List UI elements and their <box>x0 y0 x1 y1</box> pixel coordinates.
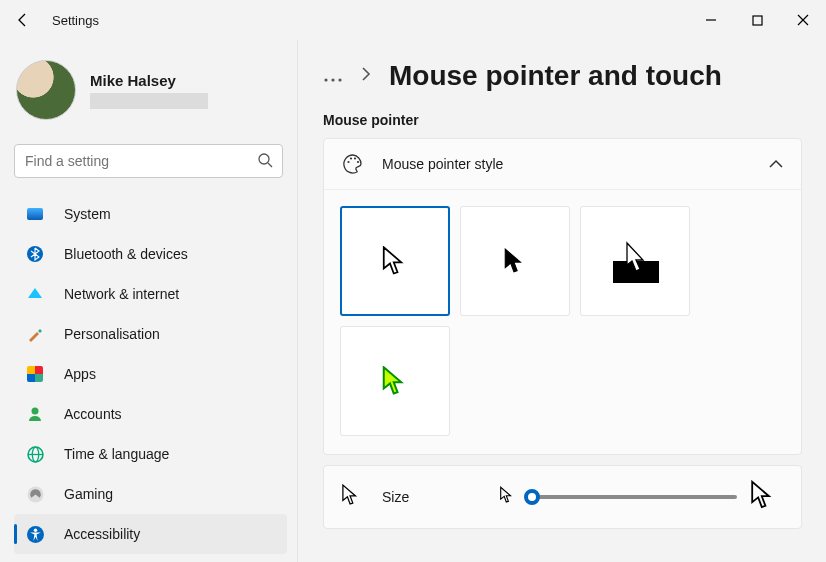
pointer-size-label: Size <box>382 489 482 505</box>
pointer-style-white[interactable] <box>340 206 450 316</box>
maximize-button[interactable] <box>734 4 780 36</box>
globe-icon <box>26 445 44 463</box>
svg-point-13 <box>331 78 334 81</box>
paint-icon <box>26 325 44 343</box>
avatar <box>16 60 76 120</box>
search-box[interactable] <box>14 144 283 178</box>
apps-icon <box>26 365 44 383</box>
cursor-icon <box>342 484 360 510</box>
sidebar-item-label: Gaming <box>64 486 113 502</box>
sidebar-item-label: Accessibility <box>64 526 140 542</box>
pointer-style-inverted[interactable] <box>580 206 690 316</box>
slider-thumb[interactable] <box>524 489 540 505</box>
sidebar-item-label: Accounts <box>64 406 122 422</box>
sidebar-item-label: Time & language <box>64 446 169 462</box>
close-button[interactable] <box>780 4 826 36</box>
sidebar-item-label: Apps <box>64 366 96 382</box>
accessibility-icon <box>26 525 44 543</box>
sidebar-item-system[interactable]: System <box>14 194 287 234</box>
window-title: Settings <box>52 13 99 28</box>
sidebar-item-label: Personalisation <box>64 326 160 342</box>
pointer-size-card: Size <box>323 465 802 529</box>
page-title: Mouse pointer and touch <box>389 60 722 92</box>
svg-point-11 <box>33 528 36 531</box>
svg-point-16 <box>350 157 352 159</box>
system-icon <box>26 205 44 223</box>
pointer-size-slider[interactable] <box>528 495 737 499</box>
minimize-button[interactable] <box>688 4 734 36</box>
bluetooth-icon <box>26 245 44 263</box>
pointer-style-black[interactable] <box>460 206 570 316</box>
chevron-right-icon <box>361 67 371 85</box>
search-input[interactable] <box>14 144 283 178</box>
main-content: Mouse pointer and touch Mouse pointer Mo… <box>297 40 826 562</box>
sidebar-item-bluetooth[interactable]: Bluetooth & devices <box>14 234 287 274</box>
breadcrumb-more-button[interactable] <box>323 63 343 89</box>
chevron-up-icon <box>769 155 783 173</box>
sidebar-item-label: Bluetooth & devices <box>64 246 188 262</box>
sidebar-item-time[interactable]: Time & language <box>14 434 287 474</box>
cursor-small-icon <box>500 486 514 508</box>
svg-point-2 <box>259 154 269 164</box>
pointer-style-card: Mouse pointer style <box>323 138 802 455</box>
sidebar-item-apps[interactable]: Apps <box>14 354 287 394</box>
svg-point-5 <box>32 408 39 415</box>
sidebar-item-gaming[interactable]: Gaming <box>14 474 287 514</box>
back-button[interactable] <box>6 3 40 37</box>
wifi-icon <box>26 285 44 303</box>
sidebar-item-network[interactable]: Network & internet <box>14 274 287 314</box>
svg-point-15 <box>347 161 349 163</box>
pointer-style-header[interactable]: Mouse pointer style <box>324 139 801 189</box>
sidebar-item-label: Network & internet <box>64 286 179 302</box>
svg-rect-1 <box>753 16 762 25</box>
sidebar: Mike Halsey System Bluetooth & devices N… <box>0 40 298 562</box>
gaming-icon <box>26 485 44 503</box>
sidebar-item-personalisation[interactable]: Personalisation <box>14 314 287 354</box>
user-email-placeholder <box>90 93 208 109</box>
sidebar-item-accessibility[interactable]: Accessibility <box>14 514 287 554</box>
section-label: Mouse pointer <box>323 112 802 128</box>
titlebar: Settings <box>0 0 826 40</box>
breadcrumb: Mouse pointer and touch <box>323 60 802 92</box>
pointer-style-label: Mouse pointer style <box>382 156 751 172</box>
sidebar-item-label: System <box>64 206 111 222</box>
svg-point-14 <box>338 78 341 81</box>
svg-point-12 <box>324 78 327 81</box>
palette-icon <box>342 153 364 175</box>
svg-point-18 <box>357 161 359 163</box>
user-name: Mike Halsey <box>90 72 208 89</box>
person-icon <box>26 405 44 423</box>
svg-point-17 <box>354 157 356 159</box>
nav-list: System Bluetooth & devices Network & int… <box>14 194 287 554</box>
user-block[interactable]: Mike Halsey <box>14 40 287 144</box>
pointer-style-custom[interactable] <box>340 326 450 436</box>
cursor-large-icon <box>751 480 775 514</box>
sidebar-item-accounts[interactable]: Accounts <box>14 394 287 434</box>
search-icon <box>257 152 273 172</box>
pointer-style-options <box>324 189 801 454</box>
svg-line-3 <box>268 163 272 167</box>
